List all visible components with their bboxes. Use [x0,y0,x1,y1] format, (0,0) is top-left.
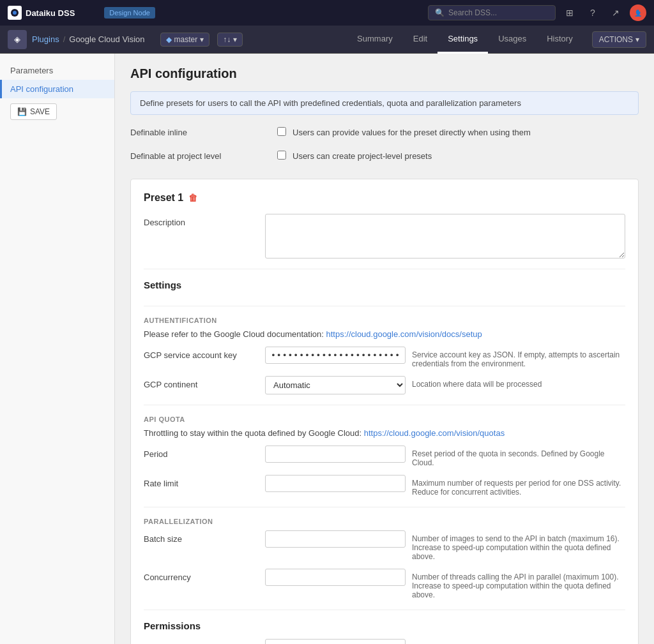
svg-point-1 [13,11,17,15]
app-logo: Dataiku DSS [8,6,75,20]
parallel-section-header: PARALLELIZATION [144,518,625,525]
owner-select[interactable]: Nothing selected [265,639,406,644]
concurrency-hint: Number of threads calling the API in par… [412,569,625,599]
auth-text-row: Please refer to the Google Cloud documen… [144,329,625,339]
definable-project-checkbox-label: Users can create project-level presets [293,149,432,161]
period-row: Period 60 Reset period of the quota in s… [144,446,625,467]
help-icon-btn[interactable]: ? [584,4,602,22]
period-hint: Reset period of the quota in seconds. De… [412,446,625,467]
quota-text-row: Throttling to stay within the quota defi… [144,428,625,438]
definable-inline-checkbox-label: Users can provide values for the preset … [293,125,531,137]
analytics-icon-btn[interactable]: ↗ [607,4,625,22]
definable-project-checkbox[interactable] [277,151,286,160]
nav-tabs: Summary Edit Settings Usages History [347,26,583,54]
batch-size-input[interactable]: 10 [265,530,406,548]
period-label: Period [144,446,259,459]
save-label: SAVE [30,107,50,116]
actions-label: ACTIONS [599,35,633,44]
version-icon: ↑↓ [223,35,231,44]
batch-size-label: Batch size [144,530,259,544]
divider-1 [144,269,625,269]
breadcrumb-plugins[interactable]: Plugins [32,34,59,44]
gcp-key-hint: Service account key as JSON. If empty, a… [412,347,625,368]
app-layout: Parameters API configuration 💾 SAVE API … [0,54,654,644]
actions-arrow: ▾ [635,35,639,44]
description-input[interactable] [265,214,625,258]
node-badge: Design Node [104,7,155,19]
user-avatar[interactable]: 👤 [630,4,646,21]
tab-summary[interactable]: Summary [347,26,403,54]
gcp-continent-label: GCP continent [144,376,259,389]
preset-header: Preset 1 🗑 [144,192,625,204]
tab-settings[interactable]: Settings [437,26,488,54]
app-name: Dataiku DSS [26,8,75,18]
owner-row: Owner Nothing selected [144,639,625,644]
sidebar-item-parameters-label: Parameters [10,66,53,75]
quota-text: Throttling to stay within the quota defi… [144,428,361,438]
description-row: Description [144,214,625,258]
branch-selector[interactable]: ◆ master ▾ [160,33,210,47]
save-button[interactable]: 💾 SAVE [10,103,57,120]
period-input[interactable]: 60 [265,446,406,463]
auth-link[interactable]: https://cloud.google.com/vision/docs/set… [326,329,482,339]
breadcrumb-sep: / [63,34,66,44]
search-icon: 🔍 [435,8,445,17]
version-selector[interactable]: ↑↓ ▾ [217,33,243,47]
concurrency-input[interactable]: 4 [265,569,406,586]
sidebar-item-parameters[interactable]: Parameters [0,61,114,80]
avatar-badge [639,7,644,12]
permissions-title: Permissions [144,620,625,631]
auth-section-header: AUTHENTIFICATION [144,317,625,324]
preset-card: Preset 1 🗑 Description Settings AUTHENTI… [130,179,639,644]
gcp-key-label: GCP service account key [144,347,259,360]
settings-section-title: Settings [144,280,625,296]
quota-section-header: API QUOTA [144,416,625,423]
definable-project-label: Definable at project level [130,149,271,161]
definable-inline-row: Definable inline Users can provide value… [130,125,639,142]
batch-size-hint: Number of images to send to the API in b… [412,530,625,561]
tab-history[interactable]: History [536,26,582,54]
divider-2 [144,306,625,306]
description-label: Description [144,214,259,227]
grid-icon-btn[interactable]: ⊞ [561,4,579,22]
concurrency-label: Concurrency [144,569,259,582]
rate-limit-input[interactable]: 1800 [265,475,406,492]
search-placeholder: Search DSS... [448,8,497,17]
definable-inline-checkbox[interactable] [277,127,286,136]
breadcrumb-plugin-name: Google Cloud Vision [69,34,144,44]
gcp-continent-row: GCP continent Automatic Europe US Asia L… [144,376,625,394]
rate-limit-hint: Maximum number of requests per period fo… [412,475,625,497]
gcp-key-input[interactable] [265,347,406,364]
definable-project-checkbox-row: Users can create project-level presets [277,149,639,161]
gcp-key-row: GCP service account key Service account … [144,347,625,368]
permissions-section: Permissions Owner Nothing selected Group… [144,620,625,644]
info-banner-text: Define presets for users to call the API… [140,98,521,108]
sidebar-item-api-configuration[interactable]: API configuration [0,80,114,98]
page-title: API configuration [130,66,639,81]
breadcrumb: Plugins / Google Cloud Vision [32,34,145,44]
delete-preset-icon[interactable]: 🗑 [188,193,197,203]
version-arrow: ▾ [233,35,237,44]
divider-3 [144,405,625,405]
nav-bar: ◈ Plugins / Google Cloud Vision ◆ master… [0,26,654,54]
save-icon: 💾 [17,107,27,116]
search-bar[interactable]: 🔍 Search DSS... [428,5,556,20]
sidebar-item-api-label: API configuration [10,84,73,94]
divider-5 [144,610,625,610]
tab-usages[interactable]: Usages [488,26,536,54]
nav-plugin-icon: ◈ [8,30,27,49]
quota-link[interactable]: https://cloud.google.com/vision/quotas [364,428,505,438]
divider-4 [144,507,625,507]
logo-icon [8,6,22,20]
auth-text: Please refer to the Google Cloud documen… [144,329,324,339]
actions-button[interactable]: ACTIONS ▾ [592,31,646,48]
concurrency-row: Concurrency 4 Number of threads calling … [144,569,625,599]
main-content: API configuration Define presets for use… [115,54,654,644]
top-bar: Dataiku DSS Design Node 🔍 Search DSS... … [0,0,654,26]
branch-arrow: ▾ [200,35,204,44]
rate-limit-label: Rate limit [144,475,259,488]
branch-name: master [174,35,198,44]
preset-title: Preset 1 [144,192,183,204]
tab-edit[interactable]: Edit [403,26,437,54]
gcp-continent-select[interactable]: Automatic Europe US Asia [265,376,406,394]
